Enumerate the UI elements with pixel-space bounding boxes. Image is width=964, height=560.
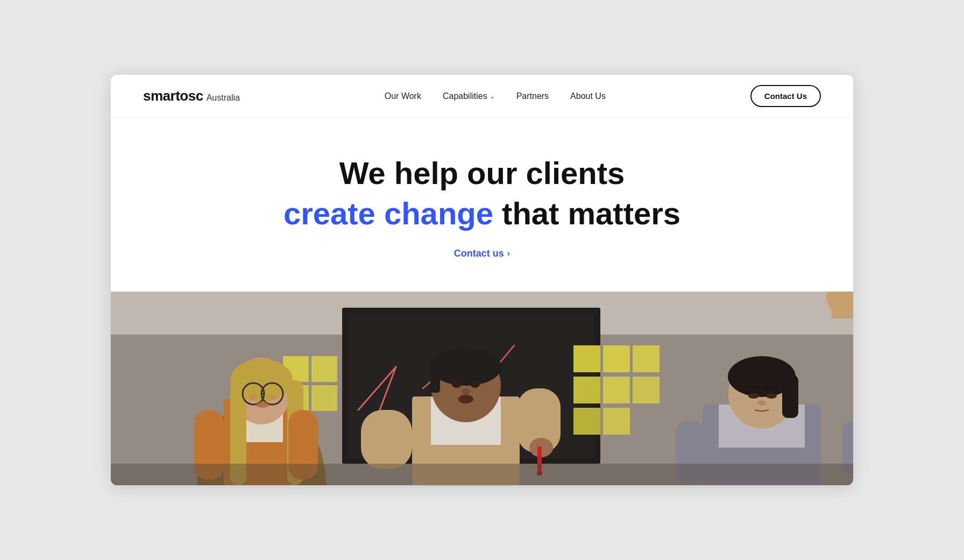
nav-item-about-us[interactable]: About Us (570, 91, 606, 101)
browser-frame: smartosc Australia Our Work Capabilities… (111, 75, 853, 485)
logo[interactable]: smartosc Australia (143, 88, 240, 104)
nav-link-about-us[interactable]: About Us (570, 91, 606, 101)
hero-cta-label: Contact us (454, 248, 504, 259)
hero-title-blue: create change (283, 196, 493, 231)
hero-title-line1: We help our clients (132, 155, 832, 192)
nav-item-our-work[interactable]: Our Work (385, 91, 421, 101)
nav-link-our-work[interactable]: Our Work (385, 91, 421, 101)
hero-cta-link[interactable]: Contact us › (454, 248, 510, 259)
hero-image-section (111, 292, 853, 485)
hero-image-svg (111, 292, 853, 485)
nav-link-partners[interactable]: Partners (516, 91, 549, 101)
nav-links: Our Work Capabilities ⌄ Partners About U… (385, 91, 606, 101)
svg-rect-64 (832, 292, 853, 318)
hero-title-line2: create change that matters (132, 196, 832, 232)
logo-osc-text: osc (180, 88, 203, 104)
navbar: smartosc Australia Our Work Capabilities… (111, 75, 853, 118)
nav-item-capabilities[interactable]: Capabilities ⌄ (443, 91, 495, 101)
hero-cta-arrow: › (507, 249, 510, 258)
logo-suffix-text: Australia (207, 93, 240, 103)
logo-brand: smartosc (143, 88, 203, 104)
hero-section: We help our clients create change that m… (111, 118, 853, 291)
nav-link-capabilities[interactable]: Capabilities ⌄ (443, 91, 495, 101)
nav-item-partners[interactable]: Partners (516, 91, 549, 101)
svg-rect-62 (111, 292, 853, 485)
logo-smart-text: smart (143, 88, 180, 104)
nav-capabilities-label: Capabilities (443, 91, 487, 101)
chevron-down-icon: ⌄ (490, 93, 495, 100)
hero-title-black: that matters (493, 196, 681, 231)
contact-us-button[interactable]: Contact Us (750, 85, 821, 107)
